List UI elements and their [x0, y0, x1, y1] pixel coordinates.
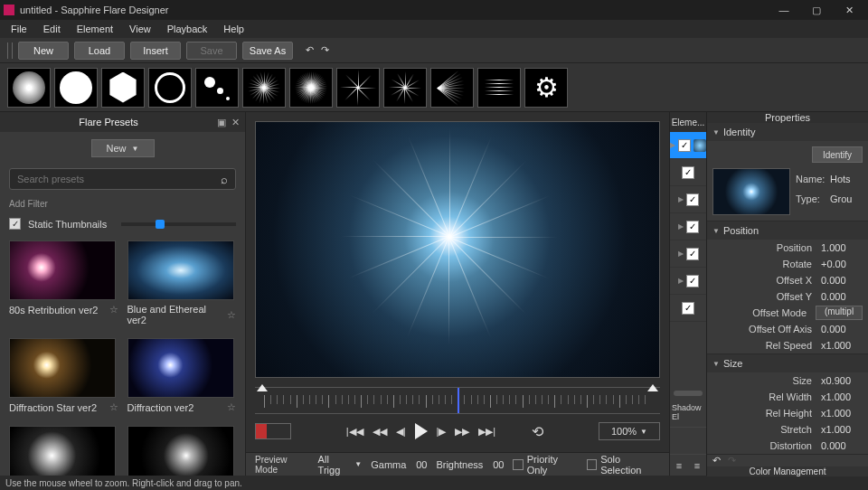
property-value[interactable]: 1.000 [821, 242, 863, 253]
gamma-field[interactable]: Gamma 00 [371, 459, 427, 470]
property-row[interactable]: Position1.000 [707, 240, 868, 256]
menu-edit[interactable]: Edit [36, 22, 68, 36]
new-preset-button[interactable]: New▼ [91, 139, 155, 157]
play-button[interactable] [415, 423, 428, 439]
element-sparkle[interactable] [383, 68, 427, 108]
static-thumb-checkbox[interactable]: ✓ [9, 218, 21, 230]
menu-file[interactable]: File [4, 22, 34, 36]
maximize-button[interactable]: ▢ [801, 2, 832, 18]
solo-checkbox[interactable]: Solo Selection [587, 454, 660, 476]
property-value[interactable]: 0.000 [821, 275, 863, 286]
menu-playback[interactable]: Playback [160, 22, 215, 36]
minimize-button[interactable]: — [769, 2, 799, 18]
insert-button[interactable]: Insert [130, 42, 181, 60]
menu-help[interactable]: Help [216, 22, 251, 36]
color-management-bar[interactable]: Color Management [707, 466, 868, 476]
size-section-header[interactable]: ▼Size [707, 354, 868, 372]
brightness-field[interactable]: Brightness 00 [436, 459, 504, 470]
preset-item[interactable]: Diffraction Star ver2☆ [9, 338, 118, 413]
loop-button[interactable]: ⟲ [532, 423, 543, 440]
priority-checkbox[interactable]: Priority Only [513, 454, 577, 476]
element-row[interactable]: ▶✓ [670, 186, 706, 213]
property-value[interactable]: x1.000 [821, 424, 863, 435]
menu-view[interactable]: View [122, 22, 158, 36]
timeline-start-marker[interactable] [257, 384, 268, 391]
element-hexagon[interactable] [101, 68, 145, 108]
identify-button[interactable]: Identify [812, 146, 863, 163]
property-value[interactable]: 0.000 [821, 440, 863, 451]
property-value[interactable]: x1.000 [821, 340, 863, 351]
element-starburst[interactable] [289, 68, 333, 108]
elements-scrollbar[interactable] [674, 391, 703, 396]
search-input[interactable]: ⌕ [9, 168, 236, 190]
undo-icon[interactable]: ↶ [306, 44, 314, 56]
element-fan[interactable] [430, 68, 474, 108]
star-icon[interactable]: ☆ [227, 309, 236, 321]
new-button[interactable]: New [18, 42, 69, 60]
search-field[interactable] [17, 174, 221, 184]
saveas-button[interactable]: Save As [242, 42, 293, 60]
property-row[interactable]: Distortion0.000 [707, 438, 868, 454]
element-circle[interactable] [54, 68, 98, 108]
next-frame-button[interactable]: |▶ [437, 426, 447, 438]
element-row[interactable]: ▶✓ [670, 132, 706, 159]
trigger-dropdown[interactable]: All Trigg▼ [318, 454, 363, 476]
preset-item[interactable] [9, 426, 118, 476]
timeline-end-marker[interactable] [647, 384, 658, 391]
close-panel-icon[interactable]: ✕ [231, 117, 240, 128]
property-row[interactable]: Rel Widthx1.000 [707, 389, 868, 405]
property-value[interactable]: (multipl [816, 306, 863, 320]
star-icon[interactable]: ☆ [109, 304, 118, 316]
element-spikes[interactable] [242, 68, 286, 108]
property-value[interactable]: 0.000 [821, 324, 863, 335]
go-end-button[interactable]: ▶▶| [478, 426, 495, 438]
property-row[interactable]: Stretchx1.000 [707, 421, 868, 438]
property-value[interactable]: x1.000 [821, 391, 863, 402]
property-row[interactable]: Offset X0.000 [707, 272, 868, 288]
preset-item[interactable]: 80s Retribution ver2☆ [9, 240, 118, 325]
position-section-header[interactable]: ▼Position [707, 221, 868, 240]
go-start-button[interactable]: |◀◀ [346, 426, 363, 438]
identity-section-header[interactable]: ▼Identity [707, 123, 868, 141]
preview-viewport[interactable] [255, 121, 660, 378]
property-value[interactable]: x0.900 [821, 375, 863, 386]
property-row[interactable]: Rel Heightx1.000 [707, 405, 868, 421]
element-row[interactable]: ✓ [670, 159, 706, 186]
name-value[interactable]: Hots [830, 174, 863, 184]
step-back-button[interactable]: ◀◀ [373, 426, 387, 438]
element-ring[interactable] [148, 68, 192, 108]
load-button[interactable]: Load [74, 42, 125, 60]
star-icon[interactable]: ☆ [109, 401, 118, 413]
element-row[interactable]: ▶✓ [670, 213, 706, 240]
property-value[interactable]: +0.00 [821, 259, 863, 269]
preset-item[interactable]: Blue and Ethereal ver2☆ [127, 240, 237, 325]
property-row[interactable]: Sizex0.900 [707, 372, 868, 389]
preview-mode-button[interactable]: Preview Mode [255, 455, 309, 475]
property-value[interactable]: x1.000 [821, 408, 863, 419]
step-fwd-button[interactable]: ▶▶ [455, 426, 469, 438]
dock-icon[interactable]: ▣ [217, 117, 226, 128]
element-row[interactable]: ▶✓ [670, 240, 706, 268]
playhead[interactable] [458, 388, 459, 413]
element-row[interactable]: ✓ [670, 295, 706, 322]
toolbar-grip[interactable] [7, 42, 13, 59]
search-icon[interactable]: ⌕ [221, 173, 228, 186]
property-row[interactable]: Rel Speedx1.000 [707, 337, 868, 353]
element-glint[interactable] [336, 68, 380, 108]
zoom-dropdown[interactable]: 100%▼ [599, 422, 660, 440]
element-streaks[interactable] [477, 68, 521, 108]
element-settings[interactable]: ⚙ [524, 68, 568, 108]
props-redo-icon[interactable]: ↷ [728, 455, 736, 466]
property-row[interactable]: Rotate+0.00 [707, 256, 868, 272]
redo-icon[interactable]: ↷ [321, 44, 329, 56]
property-row[interactable]: Offset Y0.000 [707, 288, 868, 305]
add-filter-label[interactable]: Add Filter [0, 193, 245, 214]
property-value[interactable]: 0.000 [821, 291, 863, 302]
save-button[interactable]: Save [186, 42, 237, 60]
element-glow[interactable] [7, 68, 51, 108]
element-dots[interactable] [195, 68, 239, 108]
menu-element[interactable]: Element [70, 22, 120, 36]
element-row[interactable]: ▶✓ [670, 268, 706, 295]
preset-item[interactable] [127, 426, 237, 476]
props-undo-icon[interactable]: ↶ [712, 455, 721, 466]
